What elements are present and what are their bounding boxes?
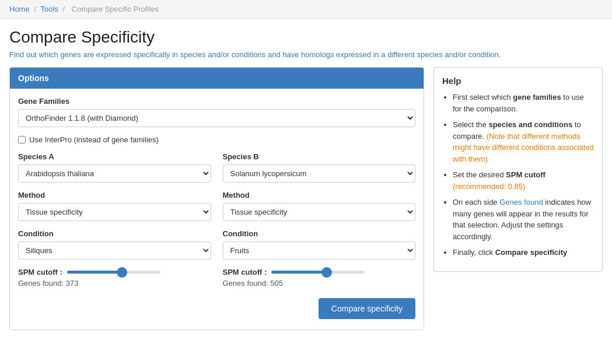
method-a-group: Method Tissue specificity xyxy=(18,191,211,221)
breadcrumb-sep2: / xyxy=(62,5,65,13)
gene-families-group: Gene Families OrthoFinder 1.1.8 (with Di… xyxy=(18,97,415,127)
interPro-checkbox[interactable] xyxy=(18,136,26,144)
method-a-label: Method xyxy=(18,191,211,200)
breadcrumb-sep1: / xyxy=(34,5,36,13)
method-a-select[interactable]: Tissue specificity xyxy=(18,203,211,221)
spm-b-slider[interactable] xyxy=(271,271,365,274)
page-subtitle: Find out which genes are expressed speci… xyxy=(9,50,603,59)
help-item-3: Set the desired SPM cutoff (recommended:… xyxy=(453,169,594,192)
species-a-select[interactable]: Arabidopsis thaliana xyxy=(18,164,211,183)
spm-b-label: SPM cutoff : xyxy=(223,268,267,276)
breadcrumb-current: Compare Specific Profiles xyxy=(72,5,159,13)
breadcrumb-home[interactable]: Home xyxy=(9,5,30,13)
help-item-1: First select which gene families to use … xyxy=(453,92,594,114)
help-item-2: Select the species and conditions to com… xyxy=(453,119,594,164)
interPro-row: Use InterPro (instead of gene families) xyxy=(18,135,415,144)
spm-b-group: SPM cutoff : Genes found: 505 xyxy=(223,268,416,288)
method-b-select[interactable]: Tissue specificity xyxy=(223,203,416,221)
species-b-select[interactable]: Solanum lycopersicum xyxy=(223,164,416,183)
spm-a-label: SPM cutoff : xyxy=(18,268,62,276)
method-b-group: Method Tissue specificity xyxy=(223,191,416,221)
condition-b-group: Condition Fruits xyxy=(223,229,416,260)
breadcrumb-tools[interactable]: Tools xyxy=(40,5,58,13)
gene-families-select[interactable]: OrthoFinder 1.1.8 (with Diamond) xyxy=(18,109,415,127)
condition-b-label: Condition xyxy=(223,229,416,238)
condition-a-label: Condition xyxy=(18,229,211,238)
species-a-group: Species A Arabidopsis thaliana xyxy=(18,152,211,183)
condition-a-select[interactable]: Siliques xyxy=(18,242,211,260)
help-panel: Help First select which gene families to… xyxy=(433,67,603,272)
help-title: Help xyxy=(442,76,594,86)
spm-a-group: SPM cutoff : Genes found: 373 xyxy=(18,268,211,288)
options-panel: Options Gene Families OrthoFinder 1.1.8 … xyxy=(9,67,424,330)
species-b-group: Species B Solanum lycopersicum xyxy=(223,152,416,183)
spm-a-slider[interactable] xyxy=(67,271,160,274)
page-title: Compare Specificity xyxy=(9,28,603,47)
help-item-4: On each side Genes found indicates how m… xyxy=(453,197,594,242)
condition-b-select[interactable]: Fruits xyxy=(223,242,416,260)
method-b-label: Method xyxy=(223,191,416,200)
compare-specificity-button[interactable]: Compare specificity xyxy=(319,298,415,319)
help-item-5: Finally, click Compare specificity xyxy=(453,247,594,258)
gene-families-label: Gene Families xyxy=(18,97,415,106)
species-a-col: Species A Arabidopsis thaliana Method Ti… xyxy=(18,152,211,292)
species-b-col: Species B Solanum lycopersicum Method Ti… xyxy=(223,152,416,292)
species-a-label: Species A xyxy=(18,152,211,161)
interPro-label: Use InterPro (instead of gene families) xyxy=(29,135,159,144)
help-list: First select which gene families to use … xyxy=(442,92,594,258)
spm-a-genes-found: Genes found: 373 xyxy=(18,279,211,288)
breadcrumb: Home / Tools / Compare Specific Profiles xyxy=(0,0,612,19)
options-header: Options xyxy=(10,68,424,89)
spm-b-genes-found: Genes found: 505 xyxy=(223,279,416,288)
button-row: Compare specificity xyxy=(18,292,415,321)
species-b-label: Species B xyxy=(223,152,416,161)
condition-a-group: Condition Siliques xyxy=(18,229,211,260)
